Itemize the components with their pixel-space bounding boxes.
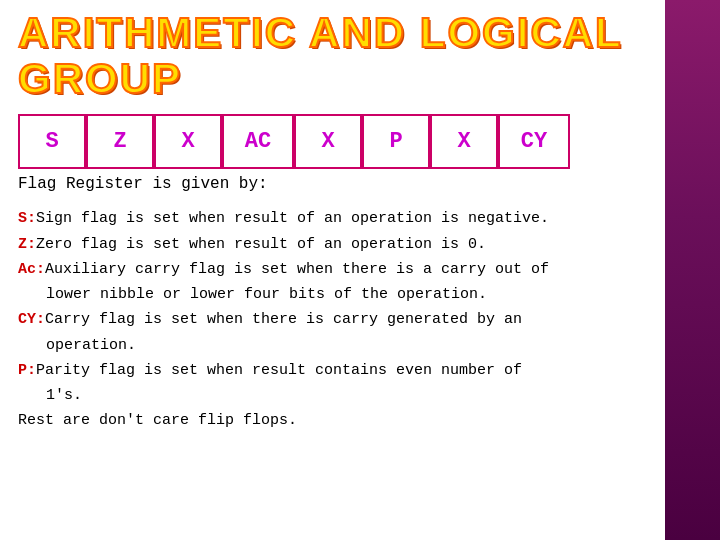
desc-z-text: Zero flag is set when result of an opera…: [36, 236, 486, 253]
desc-cy-text: Carry flag is set when there is carry ge…: [45, 311, 522, 328]
desc-cy: CY:Carry flag is set when there is carry…: [18, 308, 647, 331]
flag-cell-x1: X: [154, 114, 222, 169]
desc-p-continued: 1's.: [46, 384, 647, 407]
desc-ac: Ac:Auxiliary carry flag is set when ther…: [18, 258, 647, 281]
page-title: ARITHMETIC AND LOGICAL GROUP: [18, 10, 647, 102]
flag-cell-x3: X: [430, 114, 498, 169]
desc-ac-prefix: Ac:: [18, 261, 45, 278]
desc-z: Z:Zero flag is set when result of an ope…: [18, 233, 647, 256]
desc-p-prefix: P:: [18, 362, 36, 379]
desc-ac-text: Auxiliary carry flag is set when there i…: [45, 261, 549, 278]
main-content: ARITHMETIC AND LOGICAL GROUP S Z X AC X …: [0, 0, 665, 540]
flag-cell-z: Z: [86, 114, 154, 169]
desc-p: P:Parity flag is set when result contain…: [18, 359, 647, 382]
flag-cell-cy: CY: [498, 114, 570, 169]
side-decoration: [665, 0, 720, 540]
flag-register-table: S Z X AC X P X CY: [18, 114, 647, 169]
flag-cell-ac: AC: [222, 114, 294, 169]
descriptions: S:Sign flag is set when result of an ope…: [18, 207, 647, 432]
desc-ac-continued: lower nibble or lower four bits of the o…: [46, 283, 647, 306]
desc-s: S:Sign flag is set when result of an ope…: [18, 207, 647, 230]
flag-cell-x2: X: [294, 114, 362, 169]
flag-register-label: Flag Register is given by:: [18, 175, 647, 193]
flag-cell-p: P: [362, 114, 430, 169]
flag-cell-s: S: [18, 114, 86, 169]
desc-s-text: Sign flag is set when result of an opera…: [36, 210, 549, 227]
desc-z-prefix: Z:: [18, 236, 36, 253]
desc-cy-continued: operation.: [46, 334, 647, 357]
desc-s-prefix: S:: [18, 210, 36, 227]
desc-p-text: Parity flag is set when result contains …: [36, 362, 522, 379]
desc-rest: Rest are don't care flip flops.: [18, 409, 647, 432]
desc-cy-prefix: CY:: [18, 311, 45, 328]
